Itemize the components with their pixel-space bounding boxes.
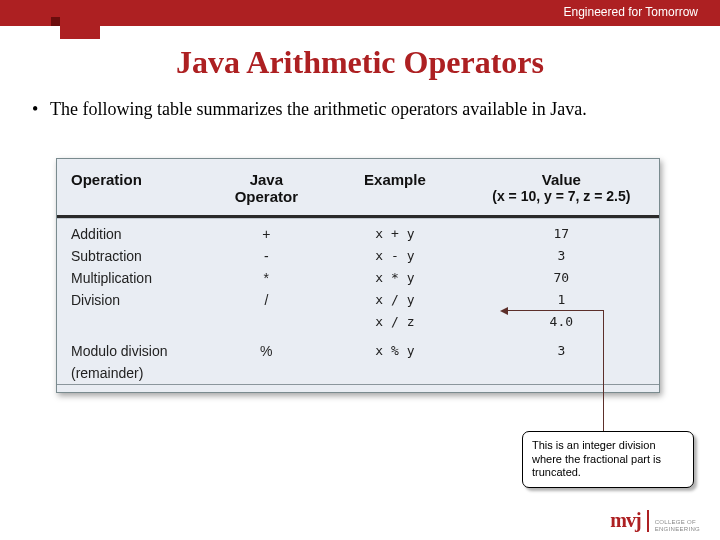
- logo-subtext: COLLEGE OF ENGINEERING: [655, 519, 700, 532]
- cell-val: 3: [464, 245, 659, 267]
- table-spacer: [57, 332, 659, 340]
- callout-arrow-v: [603, 310, 604, 438]
- table-row: Subtraction - x - y 3: [57, 245, 659, 267]
- cell-op: Modulo division: [57, 340, 207, 362]
- cell-op: Subtraction: [57, 245, 207, 267]
- operators-table: Operation Java Operator Example Value (x…: [56, 158, 660, 393]
- callout-arrow-h: [504, 310, 604, 311]
- cell-val: [464, 362, 659, 384]
- cell-op: [57, 311, 207, 332]
- table-row: x / z 4.0: [57, 311, 659, 332]
- top-bar: Engineered for Tomorrow: [0, 0, 720, 26]
- col-value-sub: (x = 10, y = 7, z = 2.5): [474, 188, 649, 204]
- cell-val: 4.0: [464, 311, 659, 332]
- tagline: Engineered for Tomorrow: [563, 5, 698, 19]
- callout-box: This is an integer division where the fr…: [522, 431, 694, 488]
- table-row: (remainder): [57, 362, 659, 384]
- cell-java: *: [207, 267, 327, 289]
- cell-java: /: [207, 289, 327, 311]
- col-value: Value (x = 10, y = 7, z = 2.5): [464, 159, 659, 215]
- cell-op: Addition: [57, 223, 207, 245]
- cell-op: (remainder): [57, 362, 207, 384]
- cell-java: +: [207, 223, 327, 245]
- page-title: Java Arithmetic Operators: [0, 44, 720, 81]
- logo-text: mvj: [610, 509, 640, 532]
- mvj-logo: mvj COLLEGE OF ENGINEERING: [610, 509, 700, 532]
- cell-ex: x / y: [326, 289, 464, 311]
- table-bottom-rule: [57, 384, 659, 392]
- table-row: Modulo division % x % y 3: [57, 340, 659, 362]
- cell-val: 17: [464, 223, 659, 245]
- bullet-text: The following table summarizes the arith…: [50, 99, 587, 119]
- cell-java: [207, 362, 327, 384]
- cell-ex: x + y: [326, 223, 464, 245]
- table-row: Division / x / y 1: [57, 289, 659, 311]
- bullet-item: • The following table summarizes the ari…: [50, 98, 650, 121]
- logo-bar-icon: [647, 510, 649, 532]
- col-value-top: Value: [474, 171, 649, 188]
- corner-tab: [60, 26, 100, 39]
- col-java: Java Operator: [207, 159, 327, 215]
- cell-val: 70: [464, 267, 659, 289]
- cell-java: %: [207, 340, 327, 362]
- table-row: Multiplication * x * y 70: [57, 267, 659, 289]
- cell-java: [207, 311, 327, 332]
- logo-sub2: ENGINEERING: [655, 526, 700, 532]
- col-example: Example: [326, 159, 464, 215]
- cell-val: 1: [464, 289, 659, 311]
- cell-java: -: [207, 245, 327, 267]
- table-header-row: Operation Java Operator Example Value (x…: [57, 159, 659, 218]
- cell-ex: x % y: [326, 340, 464, 362]
- slide: Engineered for Tomorrow Java Arithmetic …: [0, 0, 720, 540]
- cell-ex: x * y: [326, 267, 464, 289]
- table-row: Addition + x + y 17: [57, 218, 659, 245]
- bullet-dot-icon: •: [32, 98, 38, 121]
- cell-ex: x - y: [326, 245, 464, 267]
- cell-ex: [326, 362, 464, 384]
- cell-op: Division: [57, 289, 207, 311]
- col-java-label: Java Operator: [217, 171, 317, 205]
- cell-val: 3: [464, 340, 659, 362]
- callout-arrow-head-icon: [500, 307, 508, 315]
- cell-op: Multiplication: [57, 267, 207, 289]
- logo-sub1: COLLEGE OF: [655, 519, 700, 525]
- col-operation: Operation: [57, 159, 207, 215]
- cell-ex: x / z: [326, 311, 464, 332]
